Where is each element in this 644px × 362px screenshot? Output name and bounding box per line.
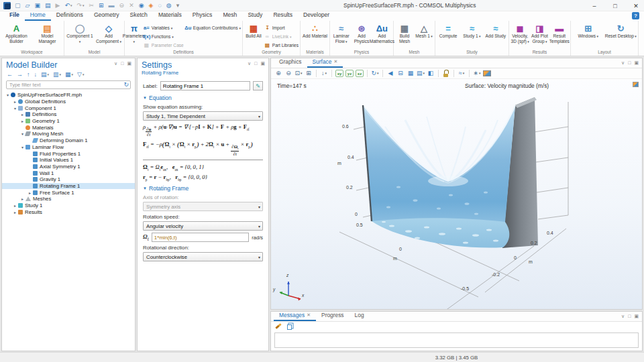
tree-item-rotating-frame-1[interactable]: Rotating Frame 1 <box>2 183 135 190</box>
ribbon-button-build-mesh[interactable]: ▦Build Mesh <box>395 22 414 44</box>
tree-item-global-definitions[interactable]: ▸Global Definitions <box>2 99 135 105</box>
messages-content[interactable] <box>274 333 639 348</box>
label-input[interactable] <box>160 81 250 90</box>
tree-item-meshes[interactable]: ▸Meshes <box>2 196 135 202</box>
run-icon[interactable]: ▶ <box>55 3 60 9</box>
tree-item-component-1[interactable]: ▾Component 1 <box>2 105 135 111</box>
ribbon-button-add-plot-group[interactable]: ◨Add Plot Group ▾ <box>530 22 549 44</box>
menu-tab-sketch[interactable]: Sketch <box>125 11 153 21</box>
zoom-in-icon[interactable]: ⊕ <box>274 70 282 78</box>
ribbon-button-add-mathematics[interactable]: ΔuAdd Mathematics <box>372 22 392 44</box>
ribbon-button-add-study[interactable]: ≈Add Study <box>484 22 507 39</box>
scene-light-icon[interactable]: ▤▾ <box>417 70 425 78</box>
ribbon-button-mesh-1[interactable]: △Mesh 1 ▾ <box>415 22 433 39</box>
angular-velocity-input[interactable] <box>152 233 250 242</box>
zoom-box-icon[interactable]: ⊡▾ <box>294 70 303 78</box>
move-down-icon[interactable]: ↓ <box>34 72 38 78</box>
panel-menu-icon[interactable]: ▣ <box>634 60 639 65</box>
menu-tab-file[interactable]: File <box>4 11 25 21</box>
tree-expander-icon[interactable]: ▸ <box>12 210 18 215</box>
panel-menu-icon[interactable]: ▣ <box>634 314 639 318</box>
ribbon-button-parameter-case[interactable]: ▦Parameter Case <box>143 42 184 49</box>
tree-expander-icon[interactable]: ▸ <box>27 190 33 195</box>
undo-icon[interactable]: ↶▾ <box>64 3 72 9</box>
filter-icon[interactable]: ▽▾ <box>77 72 84 78</box>
rotational-direction-dropdown[interactable]: Counterclockwise <box>143 252 263 261</box>
cut-icon[interactable]: ✂ <box>89 3 95 9</box>
tree-expander-icon[interactable]: ▸ <box>19 112 25 117</box>
ribbon-button-livelink[interactable]: ∞LiveLink▾ <box>264 33 299 40</box>
ribbon-button-reset-desktop[interactable]: ↻Reset Desktop ▾ <box>605 22 637 39</box>
menu-tab-physics[interactable]: Physics <box>187 11 218 21</box>
view-yz-icon[interactable]: yz <box>345 70 354 77</box>
menu-tab-geometry[interactable]: Geometry <box>89 11 125 21</box>
delete-icon[interactable]: ✕ <box>129 3 134 9</box>
close-button[interactable]: ✕ <box>632 3 640 9</box>
float-panel-icon[interactable]: □ <box>121 61 123 66</box>
ribbon-button-add-material[interactable]: ∴Add Material <box>302 22 328 39</box>
tree-expander-icon[interactable]: ▾ <box>19 145 25 149</box>
view-xz-icon[interactable]: xz <box>356 70 364 77</box>
ribbon-button-result-templates[interactable]: ▬Result Templates <box>550 22 569 44</box>
clip-plane-icon[interactable]: ≈▾ <box>458 70 466 78</box>
ribbon-button-build-all[interactable]: ▦Build All <box>244 22 263 39</box>
ribbon-button-part-libraries[interactable]: ▤Part Libraries <box>264 42 299 49</box>
wireframe-icon[interactable]: ▦ <box>407 70 415 78</box>
panel-menu-icon[interactable]: ▣ <box>127 61 131 66</box>
rotate-view-icon[interactable]: ↻▾ <box>371 70 379 78</box>
first-frame-icon[interactable]: ◀ <box>386 70 394 78</box>
filter-input[interactable] <box>6 80 131 89</box>
back-icon[interactable]: ← <box>7 72 13 78</box>
open-icon[interactable]: ▱ <box>25 3 30 9</box>
tree-item-deforming-domain-1[interactable]: Deforming Domain 1 <box>2 137 135 144</box>
panel-menu-icon[interactable]: ▣ <box>260 61 265 66</box>
tree-item-definitions[interactable]: ▸Definitions <box>2 111 135 118</box>
show-options-icon[interactable]: ▥▾ <box>53 72 61 78</box>
zoom-extents-icon[interactable]: ⊞ <box>305 70 313 78</box>
tree-item-results[interactable]: ▸Results <box>2 208 135 215</box>
tree-item-spinupfreesurfacefr-mph[interactable]: ▾SpinUpFreeSurfaceFR.mph <box>2 92 135 99</box>
equation-assumption-dropdown[interactable]: Study 1, Time Dependent <box>143 111 263 121</box>
collapse-panel-icon[interactable]: ∨ <box>114 61 117 66</box>
ribbon-button-compute[interactable]: =Compute <box>437 22 460 39</box>
clear-messages-icon[interactable] <box>275 323 282 329</box>
float-panel-icon[interactable]: □ <box>628 314 631 318</box>
redo-icon[interactable]: ↷▾ <box>76 3 84 9</box>
preview-icon[interactable]: ▤ <box>45 3 51 9</box>
ribbon-button-functions[interactable]: f(x)Functions▾ <box>143 33 184 40</box>
collapse-panel-icon[interactable]: ∨ <box>621 60 625 65</box>
equation-section-header[interactable]: ▼Equation <box>143 95 263 101</box>
copy-icon[interactable]: ⊞ <box>99 3 104 9</box>
ribbon-button-laminar-flow[interactable]: ≈Laminar Flow ▾ <box>331 22 351 44</box>
highlight-node-icon[interactable]: ◈ <box>149 3 154 9</box>
rotating-frame-section-header[interactable]: ▼Rotating Frame <box>143 185 263 192</box>
paste-icon[interactable]: ▬ <box>109 3 115 9</box>
tab-surface[interactable]: Surface✕ <box>307 58 343 68</box>
menu-tab-developer[interactable]: Developer <box>298 11 335 21</box>
ribbon-button-import[interactable]: ↧Import <box>264 24 299 32</box>
save-icon[interactable]: ▣ <box>34 3 40 9</box>
zoom-out-icon[interactable]: ⊖ <box>284 70 292 78</box>
minimize-button[interactable]: – <box>590 3 598 9</box>
surface-plot-canvas[interactable]: Time=147 s Surface: Velocity magnitude (… <box>271 80 642 309</box>
refresh-icon[interactable]: ↻ <box>123 81 129 88</box>
tree-item-wall-1[interactable]: Wall 1 <box>2 170 135 176</box>
ribbon-button-parameters[interactable]: πParameters ▾ <box>126 22 142 44</box>
float-panel-icon[interactable]: □ <box>254 61 257 66</box>
ribbon-button-component-1[interactable]: ◯Component 1 ▾ <box>66 22 94 44</box>
tree-item-materials[interactable]: Materials <box>2 124 135 131</box>
ribbon-button-add-physics[interactable]: ⊛Add Physics <box>352 22 371 44</box>
collapse-all-icon[interactable]: ▤▾ <box>41 72 49 78</box>
tab-graphics[interactable]: Graphics <box>274 58 307 68</box>
tab-log[interactable]: Log <box>350 311 370 321</box>
menu-tab-mesh[interactable]: Mesh <box>217 11 242 21</box>
tree-item-axial-symmetry-1[interactable]: Axial Symmetry 1 <box>2 164 135 170</box>
copy-text-icon[interactable] <box>287 324 292 330</box>
menu-tab-home[interactable]: Home <box>25 11 51 21</box>
menu-tab-results[interactable]: Results <box>268 11 298 21</box>
snapshot-icon[interactable] <box>483 70 491 76</box>
menu-tab-materials[interactable]: Materials <box>153 11 187 21</box>
ribbon-button-windows[interactable]: ⊞Windows ▾ <box>572 22 604 39</box>
ribbon-button-velocity-3d-spf[interactable]: ◼Velocity, 3D (spf) ▾ <box>511 22 529 44</box>
node-grouping-icon[interactable]: ▦▾ <box>65 72 73 78</box>
